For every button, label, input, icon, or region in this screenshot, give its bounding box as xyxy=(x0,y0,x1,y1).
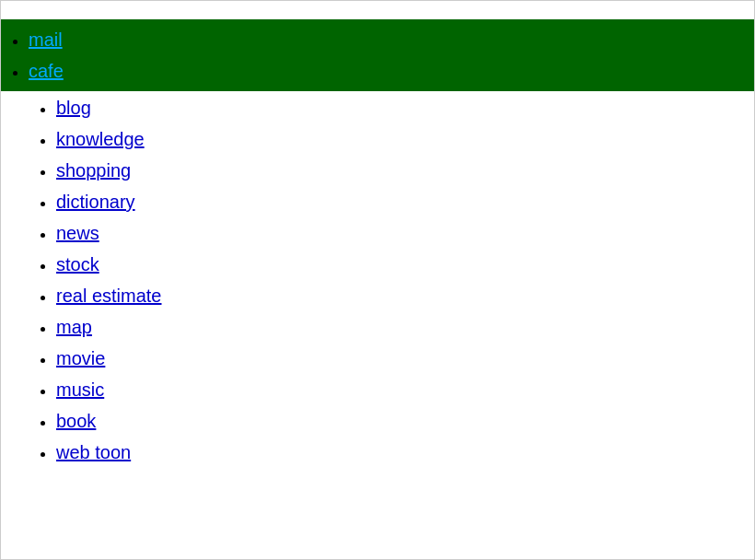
list-item: shopping xyxy=(56,156,754,185)
list-item: stock xyxy=(56,250,754,279)
list-item: real estimate xyxy=(56,281,754,310)
list-item: music xyxy=(56,375,754,404)
nav-link-cafe[interactable]: cafe xyxy=(29,61,64,81)
nav-link-book[interactable]: book xyxy=(56,411,96,431)
highlighted-nav-list: mail cafe xyxy=(1,19,754,91)
nav-link-real-estimate[interactable]: real estimate xyxy=(56,286,162,306)
list-item: movie xyxy=(56,344,754,373)
nav-link-map[interactable]: map xyxy=(56,317,92,337)
list-item: book xyxy=(56,406,754,436)
page-container: mail cafe blog knowledge shopping dictio… xyxy=(0,0,755,560)
nav-link-music[interactable]: music xyxy=(56,379,104,400)
nav-link-movie[interactable]: movie xyxy=(56,348,105,368)
nav-link-news[interactable]: news xyxy=(56,223,99,243)
nav-link-mail[interactable]: mail xyxy=(29,29,63,50)
nav-link-web-toon[interactable]: web toon xyxy=(56,442,131,462)
nav-link-shopping[interactable]: shopping xyxy=(56,160,131,181)
nav-link-dictionary[interactable]: dictionary xyxy=(56,192,135,212)
list-item: blog xyxy=(56,93,754,122)
list-item: web toon xyxy=(56,438,754,467)
list-item: map xyxy=(56,312,754,342)
main-nav-list: blog knowledge shopping dictionary news … xyxy=(29,93,754,467)
list-item: knowledge xyxy=(56,124,754,154)
list-item: news xyxy=(56,218,754,248)
list-item: cafe xyxy=(29,56,754,86)
list-item: dictionary xyxy=(56,187,754,216)
list-item: mail xyxy=(29,25,754,54)
nav-link-knowledge[interactable]: knowledge xyxy=(56,129,145,149)
nav-link-blog[interactable]: blog xyxy=(56,98,91,118)
nav-link-stock[interactable]: stock xyxy=(56,254,99,274)
